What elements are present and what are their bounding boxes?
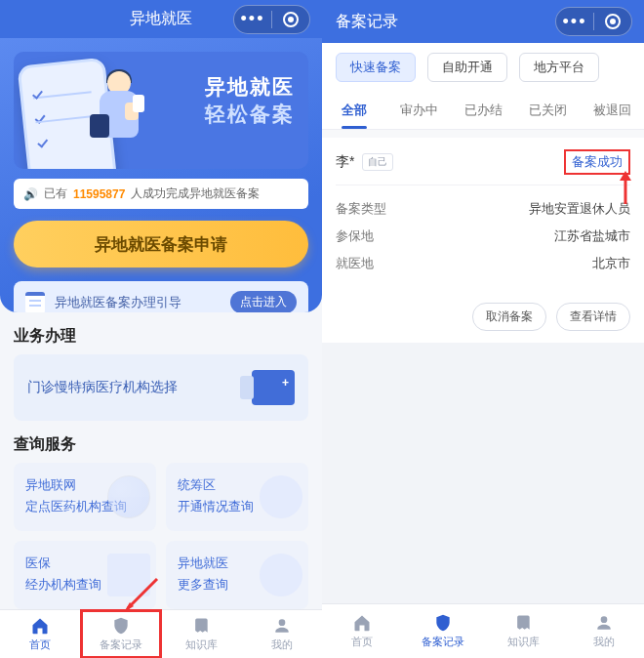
tab-processing[interactable]: 审办中: [386, 92, 451, 129]
tab-mine[interactable]: 我的: [242, 610, 323, 658]
apply-button[interactable]: 异地就医备案申请: [14, 221, 308, 267]
record-row: 参保地江苏省盐城市: [336, 223, 630, 250]
book-icon: [191, 616, 211, 636]
person-illustration: [92, 71, 148, 159]
tab-mine[interactable]: 我的: [564, 604, 645, 658]
header-right: 备案记录 •••: [322, 0, 644, 43]
guide-row[interactable]: 异地就医备案办理引导 点击进入: [14, 281, 308, 311]
pin-icon: [260, 475, 302, 518]
pill-local[interactable]: 地方平台: [519, 53, 599, 82]
pill-icon: [107, 475, 150, 518]
doc-icon: [107, 554, 150, 596]
tab-home[interactable]: 首页: [322, 604, 403, 658]
section-query: 查询服务: [0, 421, 322, 463]
speaker-icon: 🔊: [23, 187, 38, 201]
record-rows: 备案类型异地安置退休人员 参保地江苏省盐城市 就医地北京市: [336, 185, 630, 283]
home-icon: [352, 613, 372, 633]
tab-knowledge[interactable]: 知识库: [161, 610, 242, 658]
guide-label: 异地就医备案办理引导: [55, 294, 181, 311]
hero-line1: 异地就医: [205, 73, 295, 101]
tab-home[interactable]: 首页: [0, 610, 81, 658]
close-target-icon[interactable]: [272, 5, 309, 34]
tab-record[interactable]: 备案记录: [403, 604, 484, 658]
record-status: 备案成功: [564, 149, 630, 175]
qcard-region[interactable]: 统筹区 开通情况查询: [166, 463, 308, 531]
card-chronic-label: 门诊慢特病医疗机构选择: [27, 379, 178, 396]
stat-row: 🔊 已有 11595877 人成功完成异地就医备案: [14, 179, 308, 209]
tab-rejected[interactable]: 被退回: [580, 92, 644, 129]
record-row: 备案类型异地安置退休人员: [336, 195, 630, 223]
shield-icon: [433, 613, 453, 633]
stat-prefix: 已有: [44, 185, 67, 202]
section-business: 业务办理: [0, 312, 322, 354]
close-target-icon[interactable]: [594, 7, 631, 36]
miniapp-capsule-right[interactable]: •••: [555, 7, 632, 36]
record-actions: 取消备案 查看详情: [322, 295, 644, 343]
tab-record[interactable]: 备案记录: [81, 610, 162, 658]
book-icon: [513, 613, 533, 633]
user-icon: [594, 613, 614, 633]
record-row: 就医地北京市: [336, 250, 630, 277]
shield-icon: [111, 616, 131, 636]
home-icon: [30, 616, 50, 636]
user-icon: [272, 616, 292, 636]
guide-doc-icon: [25, 292, 45, 312]
stat-number: 11595877: [73, 187, 125, 201]
header: 异地就医 •••: [0, 0, 322, 38]
search-icon: [260, 554, 302, 596]
more-icon[interactable]: •••: [234, 5, 271, 34]
hero-banner: 异地就医 轻松备案 🔊 已有 11595877 人成功完成异地就医备案 异地就医…: [0, 38, 322, 311]
pill-self[interactable]: 自助开通: [427, 53, 507, 82]
self-tag: 自己: [362, 153, 393, 171]
qcard-more[interactable]: 异地就医 更多查询: [166, 541, 308, 609]
detail-button[interactable]: 查看详情: [556, 303, 630, 331]
right-screen: 备案记录 ••• 快速备案 自助开通 地方平台 全部 审办中 已办结 已关闭 被…: [322, 0, 644, 658]
hospital-icon: +: [252, 370, 295, 405]
miniapp-capsule[interactable]: •••: [233, 5, 310, 34]
qcard-agency[interactable]: 医保 经办机构查询: [14, 541, 156, 609]
tab-all[interactable]: 全部: [322, 92, 386, 129]
qcard-network[interactable]: 异地联网 定点医药机构查询: [14, 463, 156, 531]
pill-quick[interactable]: 快速备案: [336, 53, 416, 82]
card-chronic[interactable]: 门诊慢特病医疗机构选择 +: [14, 354, 308, 421]
record-card[interactable]: 李* 自己 备案成功 备案类型异地安置退休人员 参保地江苏省盐城市 就医地北京市: [322, 138, 644, 295]
tabbar-right: 首页 备案记录 知识库 我的: [322, 603, 644, 658]
header-title-right: 备案记录: [336, 12, 398, 32]
tab-done[interactable]: 已办结: [451, 92, 515, 129]
more-icon[interactable]: •••: [556, 7, 593, 36]
record-name: 李*: [336, 153, 354, 171]
tab-knowledge[interactable]: 知识库: [483, 604, 564, 658]
stat-suffix: 人成功完成异地就医备案: [131, 185, 260, 202]
tab-closed[interactable]: 已关闭: [515, 92, 580, 129]
status-tabs: 全部 审办中 已办结 已关闭 被退回: [322, 92, 644, 130]
pill-row: 快速备案 自助开通 地方平台: [322, 43, 644, 92]
cancel-button[interactable]: 取消备案: [472, 303, 546, 331]
left-screen: 异地就医 ••• 异地就医 轻松备案 🔊 已有 11595877 人成功完成异地…: [0, 0, 322, 658]
tabbar-left: 首页 备案记录 知识库 我的: [0, 609, 322, 658]
guide-pill[interactable]: 点击进入: [230, 291, 297, 311]
header-title: 异地就医: [130, 9, 192, 29]
hero-line2: 轻松备案: [205, 101, 295, 128]
